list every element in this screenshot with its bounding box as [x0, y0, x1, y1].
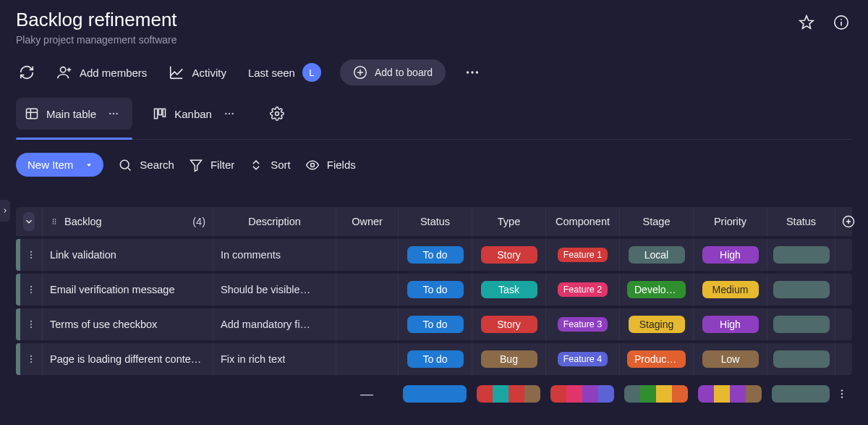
column-header-priority[interactable]: Priority — [693, 207, 767, 236]
table-row[interactable]: Link validation In comments To do Story … — [16, 239, 852, 271]
column-header-component[interactable]: Component — [545, 207, 619, 236]
row-menu-button[interactable] — [20, 343, 42, 375]
cell-status[interactable]: To do — [398, 239, 472, 271]
add-to-board-button[interactable]: Add to board — [340, 59, 446, 85]
cell-status[interactable]: To do — [398, 308, 472, 340]
summary-stage[interactable] — [619, 385, 693, 403]
pill[interactable]: Task — [481, 281, 537, 298]
expand-sidebar-button[interactable] — [0, 200, 10, 222]
cell-stage[interactable]: Local — [619, 239, 693, 271]
settings-button[interactable] — [267, 102, 287, 125]
summary-type[interactable] — [472, 385, 545, 403]
cell-status2[interactable] — [767, 343, 835, 375]
row-menu-button[interactable] — [20, 239, 42, 271]
pill[interactable]: Bug — [481, 350, 537, 368]
cell-description[interactable]: Should be visible… — [213, 274, 336, 306]
search-button[interactable]: Search — [118, 158, 174, 172]
cell-component[interactable]: Feature 2 — [545, 274, 619, 306]
summary-priority[interactable] — [693, 385, 767, 403]
cell-owner[interactable] — [336, 274, 398, 306]
table-row[interactable]: Email verification message Should be vis… — [16, 274, 852, 306]
pill[interactable]: Story — [481, 246, 537, 264]
summary-status2[interactable] — [767, 385, 835, 403]
row-menu-button[interactable] — [20, 274, 42, 306]
cell-priority[interactable]: High — [693, 308, 767, 340]
add-column-button[interactable] — [835, 207, 861, 236]
cell-status2[interactable] — [767, 239, 835, 271]
cell-name[interactable]: Terms of use checkbox — [42, 308, 213, 340]
cell-type[interactable]: Story — [472, 239, 545, 271]
cell-priority[interactable]: Medium — [693, 274, 767, 306]
new-item-button[interactable]: New Item — [16, 153, 103, 177]
cell-status[interactable]: To do — [398, 343, 472, 375]
pill[interactable] — [773, 350, 830, 368]
star-icon[interactable] — [796, 12, 817, 33]
pill[interactable]: High — [702, 316, 759, 333]
pill[interactable]: To do — [407, 316, 464, 333]
cell-component[interactable]: Feature 3 — [545, 308, 619, 340]
filter-button[interactable]: Filter — [189, 158, 234, 172]
cell-stage[interactable]: Develop… — [619, 274, 693, 306]
cell-priority[interactable]: Low — [693, 343, 767, 375]
pill[interactable]: Low — [702, 350, 759, 368]
column-header-stage[interactable]: Stage — [619, 207, 693, 236]
row-menu-button[interactable] — [20, 308, 42, 340]
tab-kanban-more-icon[interactable] — [219, 104, 239, 124]
summary-component[interactable] — [545, 385, 619, 403]
cell-name[interactable]: Page is loading different conte… — [42, 343, 213, 375]
cell-status2[interactable] — [767, 274, 835, 306]
cell-stage[interactable]: Producti… — [619, 343, 693, 375]
summary-more-icon[interactable] — [836, 388, 848, 400]
column-header-group[interactable]: Backlog (4) — [42, 207, 213, 236]
column-header-owner[interactable]: Owner — [336, 207, 398, 236]
pill[interactable]: Story — [481, 316, 537, 333]
pill[interactable] — [773, 316, 830, 333]
pill[interactable]: Feature 1 — [558, 248, 608, 262]
cell-description[interactable]: Fix in rich text — [213, 343, 336, 375]
tab-main-table[interactable]: Main table — [16, 98, 132, 130]
cell-type[interactable]: Story — [472, 308, 545, 340]
pill[interactable] — [773, 246, 830, 264]
table-row[interactable]: Terms of use checkbox Add mandatory fi… … — [16, 308, 852, 340]
cell-owner[interactable] — [336, 308, 398, 340]
cell-type[interactable]: Task — [472, 274, 545, 306]
cell-owner[interactable] — [336, 343, 398, 375]
table-row[interactable]: Page is loading different conte… Fix in … — [16, 343, 852, 375]
fields-button[interactable]: Fields — [305, 158, 356, 172]
column-header-type[interactable]: Type — [472, 207, 545, 236]
collapse-group-button[interactable] — [23, 212, 35, 231]
refresh-button[interactable] — [16, 60, 38, 85]
pill[interactable]: High — [702, 246, 759, 264]
sort-button[interactable]: Sort — [249, 158, 291, 172]
cell-name[interactable]: Link validation — [42, 239, 213, 271]
tab-main-table-more-icon[interactable] — [103, 104, 124, 124]
pill[interactable]: Feature 2 — [558, 282, 608, 297]
pill[interactable]: To do — [407, 281, 464, 298]
column-header-status[interactable]: Status — [398, 207, 472, 236]
cell-status[interactable]: To do — [398, 274, 472, 306]
pill[interactable]: To do — [407, 350, 464, 368]
add-members-button[interactable]: Add members — [54, 60, 150, 85]
cell-description[interactable]: In comments — [213, 239, 336, 271]
column-header-description[interactable]: Description — [213, 207, 336, 236]
pill[interactable]: To do — [407, 246, 464, 264]
pill[interactable]: Staging — [629, 316, 685, 333]
cell-owner[interactable] — [336, 239, 398, 271]
pill[interactable]: Medium — [702, 281, 759, 298]
activity-button[interactable]: Activity — [166, 60, 229, 85]
cell-priority[interactable]: High — [693, 239, 767, 271]
last-seen[interactable]: Last seen L — [245, 59, 324, 86]
info-icon[interactable] — [830, 12, 852, 33]
pill[interactable]: Local — [629, 246, 685, 264]
pill[interactable]: Develop… — [627, 281, 686, 298]
pill[interactable]: Feature 3 — [558, 317, 608, 332]
column-header-status2[interactable]: Status — [767, 207, 835, 236]
cell-name[interactable]: Email verification message — [42, 274, 213, 306]
cell-description[interactable]: Add mandatory fi… — [213, 308, 336, 340]
cell-component[interactable]: Feature 4 — [545, 343, 619, 375]
pill[interactable]: Feature 4 — [558, 352, 608, 366]
cell-type[interactable]: Bug — [472, 343, 545, 375]
cell-stage[interactable]: Staging — [619, 308, 693, 340]
cell-status2[interactable] — [767, 308, 835, 340]
pill[interactable] — [773, 281, 830, 298]
